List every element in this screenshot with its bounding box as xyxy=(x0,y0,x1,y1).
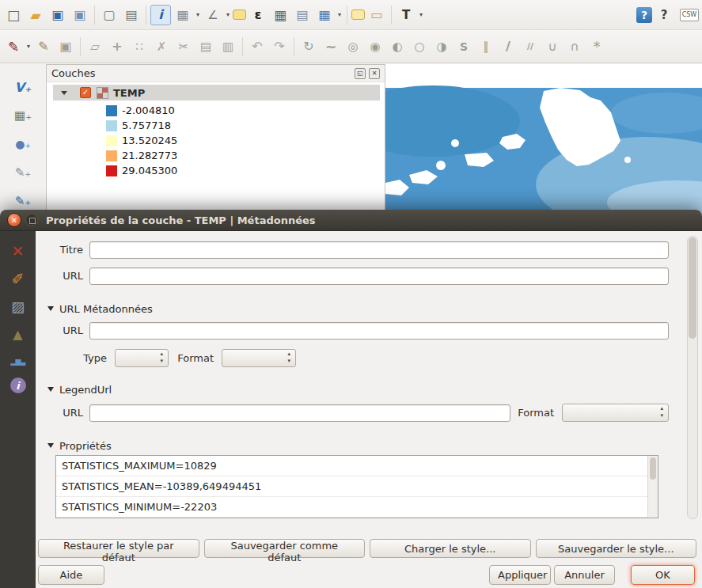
style-button[interactable]: Restaurer le style par défaut xyxy=(38,539,199,558)
style-button[interactable]: Sauvegarder le style... xyxy=(536,539,697,558)
metadata-format-combo[interactable] xyxy=(222,349,296,367)
cut-features-icon[interactable]: ✂ xyxy=(173,36,194,57)
reshape-features-icon[interactable]: S xyxy=(453,36,474,57)
fill-ring-icon[interactable]: ◐ xyxy=(387,36,408,57)
csw-metasearch-icon[interactable]: CSW xyxy=(680,9,699,21)
map-canvas[interactable] xyxy=(385,64,702,214)
redo-icon[interactable]: ↷ xyxy=(269,36,290,57)
layer-visibility-checkbox[interactable] xyxy=(80,87,91,98)
new-shapefile-layer-icon[interactable]: ✎₊ xyxy=(11,161,35,184)
dropdown-arrow-icon[interactable]: ▾ xyxy=(417,11,425,18)
merge-attributes-icon[interactable]: ∩ xyxy=(564,36,585,57)
property-item[interactable]: STATISTICS_MAXIMUM=10829 xyxy=(56,456,658,476)
section-legend-url[interactable]: LegendUrl xyxy=(47,383,112,396)
composer-manager-icon[interactable]: ▤ xyxy=(121,5,142,25)
legend-item[interactable]: 29.045300 xyxy=(47,163,385,178)
tab-pyramids-icon[interactable]: ▲ xyxy=(6,322,30,346)
add-part-icon[interactable]: ◉ xyxy=(365,36,385,57)
split-features-icon[interactable]: / xyxy=(498,36,518,57)
map-tips-icon[interactable] xyxy=(233,9,246,20)
labeling-icon[interactable]: T xyxy=(396,5,416,25)
dropdown-arrow-icon[interactable]: ▾ xyxy=(336,11,343,18)
section-metadata-url[interactable]: URL Métadonnées xyxy=(47,302,153,315)
copy-features-icon[interactable]: ▤ xyxy=(195,36,216,57)
help-icon[interactable]: ? xyxy=(636,7,652,23)
dropdown-arrow-icon[interactable]: ▾ xyxy=(25,43,32,50)
undo-icon[interactable]: ↶ xyxy=(247,36,268,57)
dropdown-arrow-icon[interactable]: ▾ xyxy=(224,11,232,18)
add-ring-icon[interactable]: ◎ xyxy=(343,36,363,57)
list-scrollbar-thumb[interactable] xyxy=(650,457,656,480)
close-window-button[interactable] xyxy=(7,213,21,227)
delete-ring-icon[interactable]: ○ xyxy=(409,36,430,57)
legend-item[interactable]: -2.004810 xyxy=(47,103,385,118)
new-project-icon[interactable]: □ xyxy=(3,5,24,25)
epsilon-tracing-icon[interactable]: ε xyxy=(248,5,268,25)
float-panel-button[interactable]: ◱ xyxy=(355,68,366,79)
text-annotation-icon[interactable] xyxy=(351,9,365,20)
legendurl-input[interactable] xyxy=(89,404,510,422)
current-edits-icon[interactable]: ✎ xyxy=(3,36,24,57)
add-database-layer-icon[interactable]: ●₊ xyxy=(11,132,35,156)
node-tool-icon[interactable]: ∷ xyxy=(129,36,150,57)
unmaximize-window-button[interactable] xyxy=(25,214,38,226)
tab-style-icon[interactable]: ✐ xyxy=(6,267,30,290)
dialog-scrollbar-thumb[interactable] xyxy=(689,237,696,339)
new-print-composer-icon[interactable]: ▢ xyxy=(99,5,120,25)
close-panel-button[interactable]: ✕ xyxy=(369,68,380,79)
tab-metadata-icon[interactable]: i xyxy=(10,377,26,393)
tab-transparency-icon[interactable]: ▨ xyxy=(6,294,30,318)
dialog-scrollbar[interactable] xyxy=(687,236,698,519)
new-bookmark-icon[interactable]: ▤ xyxy=(292,5,313,25)
save-layer-edits-icon[interactable]: ▣ xyxy=(55,36,76,57)
legend-item[interactable]: 5.757718 xyxy=(47,118,385,133)
form-annotation-icon[interactable]: ▭ xyxy=(366,5,387,25)
open-project-icon[interactable]: ▰ xyxy=(25,5,46,25)
url-input[interactable] xyxy=(89,267,669,285)
rotate-point-symbols-icon[interactable]: * xyxy=(586,36,607,57)
measure-icon[interactable]: ∠ xyxy=(203,5,223,25)
style-button[interactable]: Sauvegarder comme défaut xyxy=(204,539,366,558)
paste-features-icon[interactable]: ▥ xyxy=(218,36,238,57)
title-input[interactable] xyxy=(89,241,669,259)
toggle-editing-icon[interactable]: ✎ xyxy=(33,36,54,57)
expander-icon[interactable] xyxy=(61,91,67,95)
delete-selected-icon[interactable]: ✗ xyxy=(151,36,172,57)
move-feature-icon[interactable]: + xyxy=(107,36,127,57)
layer-row-temp[interactable]: TEMP xyxy=(53,85,380,101)
help-button[interactable]: Aide xyxy=(38,565,104,585)
save-project-icon[interactable]: ▣ xyxy=(47,5,68,25)
section-properties[interactable]: Propriétés xyxy=(47,439,112,452)
tab-general-icon[interactable]: ✕ xyxy=(6,239,30,263)
split-parts-icon[interactable]: // xyxy=(520,36,541,57)
whats-this-icon[interactable]: ? xyxy=(654,5,674,25)
dialog-titlebar[interactable]: Propriétés de la couche - TEMP | Métadon… xyxy=(0,210,702,231)
style-button[interactable]: Charger le style... xyxy=(370,539,531,558)
main-toolbar: □▰▣▣▢▤i▦▾∠▾ε▦▤▦▾▭T▾??CSW xyxy=(0,0,702,30)
list-scrollbar[interactable] xyxy=(647,456,658,518)
legend-item[interactable]: 13.520245 xyxy=(47,133,385,148)
dropdown-arrow-icon[interactable]: ▾ xyxy=(194,11,202,18)
legendurl-format-combo[interactable] xyxy=(562,404,669,422)
offset-curve-icon[interactable]: ∥ xyxy=(476,36,496,57)
property-item[interactable]: STATISTICS_MEAN=-10389,649494451 xyxy=(56,476,658,497)
legend-item[interactable]: 21.282773 xyxy=(47,148,385,163)
add-vector-layer-icon[interactable]: V₊ xyxy=(11,75,35,99)
delete-part-icon[interactable]: ◑ xyxy=(431,36,452,57)
show-bookmarks-icon[interactable]: ▦ xyxy=(314,5,335,25)
apply-button[interactable]: Appliquer xyxy=(489,565,551,585)
attribute-table-icon[interactable]: ▦ xyxy=(270,5,290,25)
simplify-feature-icon[interactable]: ~ xyxy=(321,36,341,57)
add-raster-layer-icon[interactable]: ▦₊ xyxy=(11,104,35,127)
select-features-icon[interactable]: ▦ xyxy=(173,5,193,25)
rotate-feature-icon[interactable]: ↻ xyxy=(298,36,319,57)
ok-button[interactable]: OK xyxy=(631,565,695,585)
identify-features-icon[interactable]: i xyxy=(150,5,171,25)
add-feature-icon[interactable]: ▱ xyxy=(85,36,105,57)
property-item[interactable]: STATISTICS_MINIMUM=-22203 xyxy=(56,497,658,518)
metadata-url-input[interactable] xyxy=(89,322,669,340)
tab-histogram-icon[interactable]: ▂▆▃ xyxy=(6,350,30,374)
save-project-as-icon[interactable]: ▣ xyxy=(70,5,90,25)
merge-features-icon[interactable]: ∪ xyxy=(542,36,563,57)
cancel-button[interactable]: Annuler xyxy=(554,565,615,585)
